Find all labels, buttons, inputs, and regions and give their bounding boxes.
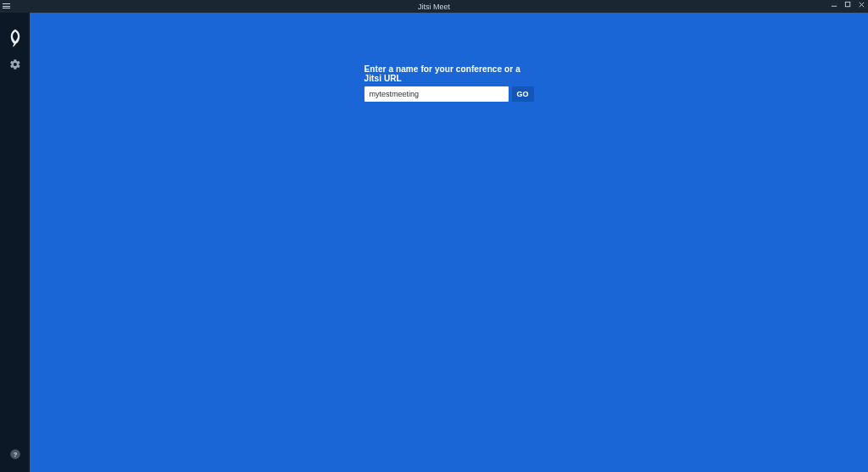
conference-input-row: GO <box>364 86 534 102</box>
close-button[interactable] <box>858 1 865 8</box>
minimize-button[interactable] <box>831 1 838 8</box>
go-button[interactable]: GO <box>512 86 534 102</box>
jitsi-logo-icon[interactable] <box>8 28 23 48</box>
main-content: Enter a name for your conference or a Ji… <box>30 13 868 472</box>
settings-icon[interactable] <box>9 58 21 70</box>
conference-prompt-label: Enter a name for your conference or a Ji… <box>364 64 534 83</box>
svg-text:?: ? <box>13 451 17 458</box>
svg-rect-1 <box>845 2 849 6</box>
workspace: ? Enter a name for your conference or a … <box>0 13 868 472</box>
help-icon[interactable]: ? <box>9 448 21 460</box>
window-titlebar: Jitsi Meet <box>0 0 868 13</box>
window-controls <box>831 1 865 8</box>
window-title: Jitsi Meet <box>0 3 868 11</box>
conference-name-input[interactable] <box>364 86 509 102</box>
hamburger-menu-icon[interactable] <box>3 2 11 10</box>
conference-form: Enter a name for your conference or a Ji… <box>364 64 534 102</box>
sidebar: ? <box>0 13 30 472</box>
maximize-button[interactable] <box>844 1 852 8</box>
